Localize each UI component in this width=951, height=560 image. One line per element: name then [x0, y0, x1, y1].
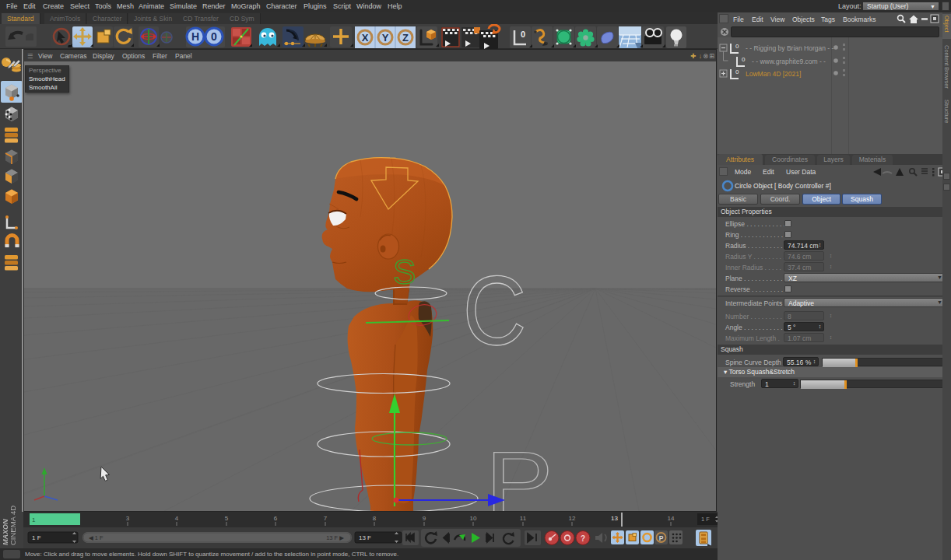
svg-text:P: P [659, 534, 664, 542]
svg-text:X: X [362, 32, 369, 44]
svg-text:H: H [191, 30, 199, 43]
svg-text:0: 0 [735, 43, 739, 50]
svg-text:0: 0 [735, 68, 739, 75]
svg-text:11: 11 [520, 515, 527, 522]
svg-text:S: S [393, 253, 416, 291]
svg-text:8: 8 [373, 515, 377, 522]
svg-text:1 F: 1 F [32, 534, 41, 541]
svg-text:10: 10 [470, 515, 477, 522]
svg-text:9: 9 [423, 515, 426, 522]
svg-text:1 F: 1 F [701, 516, 710, 523]
svg-text:6: 6 [274, 515, 278, 522]
svg-text:0: 0 [211, 30, 217, 43]
svg-text:◀ 1 F: ◀ 1 F [89, 534, 104, 541]
svg-text:LowMan 4D [2021]: LowMan 4D [2021] [746, 70, 801, 78]
svg-text:14: 14 [668, 515, 675, 522]
svg-text:3: 3 [126, 515, 130, 522]
svg-text:5: 5 [225, 515, 229, 522]
svg-text:C: C [462, 255, 526, 365]
svg-text:0: 0 [521, 30, 525, 39]
svg-text:12: 12 [569, 515, 576, 522]
svg-text:?: ? [581, 534, 585, 543]
svg-text:13: 13 [611, 515, 618, 522]
svg-text:1: 1 [32, 516, 36, 523]
svg-text:4: 4 [175, 515, 179, 522]
svg-text:Z: Z [402, 32, 409, 44]
svg-text:13 F: 13 F [359, 534, 371, 541]
svg-text:- - www.graphite9.com - -: - - www.graphite9.com - - [752, 58, 826, 65]
svg-text:13 F ▶: 13 F ▶ [326, 534, 344, 541]
svg-text:- - Rigging by Brian Horgan -: - - Rigging by Brian Horgan - - [746, 44, 834, 52]
svg-text:0: 0 [742, 56, 746, 63]
svg-text:Y: Y [382, 32, 389, 44]
svg-text:7: 7 [324, 515, 328, 522]
